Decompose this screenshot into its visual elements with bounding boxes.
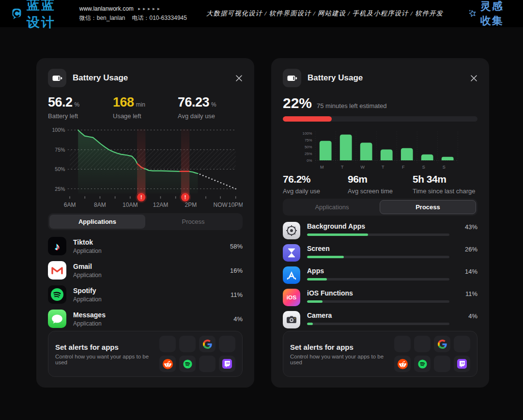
app-row-tiktok[interactable]: ♪ ♪ ♪ Tiktok Application 58% [48,234,243,258]
svg-text:!: ! [185,194,186,200]
twitch-icon [457,358,467,369]
tab-applications[interactable]: Applications [284,200,380,214]
twitch-tile[interactable] [219,356,235,372]
tab-applications[interactable]: Applications [49,215,145,229]
svg-text:6AM: 6AM [64,202,76,208]
close-icon[interactable] [470,75,477,82]
tab-process[interactable]: Process [145,215,241,229]
process-row-screen[interactable]: Screen 26% [283,242,477,264]
bar-F-4 [401,148,413,160]
process-row-apps[interactable]: Apps 14% [283,264,477,286]
wechat-label: 微信：ben_lanlan [79,15,125,21]
process-bar [307,323,313,325]
logo[interactable]: 蓝蓝设计 [11,0,67,31]
twitch-tile[interactable] [454,356,470,372]
battery-note: 75 minutes left estimated [317,102,387,109]
alerts-title: Set alerts for apps [290,343,389,351]
svg-text:100%: 100% [52,127,65,133]
close-icon[interactable] [235,75,243,82]
battery-progress-track [283,116,477,122]
reddit-tile[interactable] [394,356,411,372]
process-percent: 4% [456,311,477,320]
app-row-messages[interactable]: Messages Application 4% [48,307,243,331]
gmail-icon [48,261,66,280]
empty-tile[interactable] [454,336,470,352]
twitch-icon [222,358,232,369]
svg-text:F: F [402,164,405,169]
svg-text:iOS: iOS [287,294,296,301]
spotify-icon [48,285,66,304]
contact-info: www.lanlanwork.com►►►►► 微信：ben_lanlan电话：… [79,4,194,22]
app-tile-grid [394,336,470,372]
reddit-icon [397,358,408,370]
logo-text: 蓝蓝设计 [27,0,67,31]
process-percent: 43% [456,222,477,231]
app-percent: 58% [230,243,243,250]
process-name: Apps [307,267,449,275]
empty-tile[interactable] [219,336,235,352]
empty-tile[interactable] [199,356,215,372]
page: 蓝蓝设计 www.lanlanwork.com►►►►► 微信：ben_lanl… [0,0,523,420]
app-row-spotify[interactable]: Spotify Application 11% [48,282,243,307]
stat-label: Avg screen time [348,187,413,195]
services-list: 大数据可视化设计 / 软件界面设计 / 网站建设 / 手机及小程序设计 / 软件… [206,9,443,18]
svg-text:25%: 25% [55,186,65,192]
battery-line-chart: 100%75%50%25%6AM8AM10AM12AM2PMNOW10PM!! [48,124,243,210]
svg-text:0%: 0% [307,158,312,163]
app-row-gmail[interactable]: Gmail Application 16% [48,258,243,282]
stat-value: 96m [348,173,368,185]
ios-icon: iOS [283,289,300,306]
stat-value: 56.2 [48,95,73,109]
stat-value: 5h 34m [413,173,446,185]
stat-value: 76.2% [283,173,310,185]
website-link[interactable]: www.lanlanwork.com [79,5,134,12]
tiktok-icon: ♪ ♪ ♪ [48,237,66,255]
process-row-ios-functions[interactable]: iOS iOS Functions 11% [283,286,477,309]
svg-text:T: T [341,164,344,169]
empty-tile[interactable] [434,356,450,372]
app-name: Spotify [73,287,224,295]
google-tile[interactable] [199,336,215,352]
stat-label: Battery left [48,112,113,120]
bar-T-3 [381,149,393,160]
process-row-background-apps[interactable]: Background Apps 43% [283,219,477,242]
svg-text:S: S [422,164,425,169]
reddit-tile[interactable] [159,356,176,372]
process-name: iOS Functions [307,289,449,297]
stat-avg-daily-use: 76.23% Avg daily use [178,95,243,120]
svg-text:!: ! [140,194,142,200]
spotify-tile[interactable] [414,356,431,372]
set-alerts-panel[interactable]: Set alerts for apps Control how you want… [283,331,477,377]
process-percent: 11% [456,289,477,297]
set-alerts-panel[interactable]: Set alerts for apps Control how you want… [48,331,243,377]
empty-tile[interactable] [159,336,176,352]
svg-text:W: W [360,164,365,169]
appstore-icon [283,266,300,284]
warning-badge[interactable]: ! [180,192,191,203]
empty-tile[interactable] [414,336,431,352]
battery-bar-chart: 100%75%50%25%0%MTWTFSS [283,128,477,171]
top-banner: 蓝蓝设计 www.lanlanwork.com►►►►► 微信：ben_lanl… [0,0,523,27]
process-percent: 14% [456,266,477,275]
spotify-icon [182,358,193,370]
svg-text:8AM: 8AM [94,202,106,208]
warning-badge[interactable]: ! [136,192,147,203]
process-row-camera[interactable]: Camera 4% [283,309,477,331]
stat-value: 168 [113,95,134,109]
svg-text:75%: 75% [55,147,65,153]
svg-text:50%: 50% [55,166,65,172]
inspiration-collect[interactable]: 灵感收集 [468,0,512,28]
tab-process[interactable]: Process [380,200,476,214]
tab-bar: Applications Process [283,199,477,216]
spotify-icon [417,358,428,370]
stat-avg-daily-use: 76.2% Avg daily use [283,173,348,195]
process-name: Camera [307,311,449,319]
spotify-tile[interactable] [179,356,196,372]
empty-tile[interactable] [179,336,196,352]
svg-text:10PM: 10PM [228,202,243,208]
empty-tile[interactable] [394,336,411,352]
google-tile[interactable] [434,336,450,352]
battery-progress-fill [283,116,332,122]
svg-text:12AM: 12AM [153,202,168,208]
svg-text:50%: 50% [305,145,312,149]
